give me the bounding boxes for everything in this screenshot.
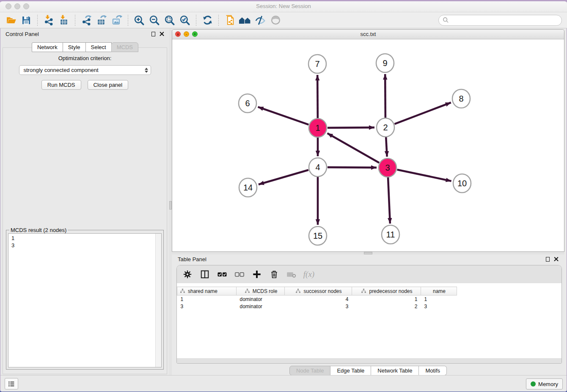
zoom-selected-button[interactable] — [179, 14, 191, 27]
split-panel-button[interactable] — [199, 269, 210, 280]
cell-successor-nodes[interactable]: 3 — [285, 303, 352, 310]
export-image-icon — [112, 15, 122, 25]
result-scrollbar[interactable] — [155, 234, 161, 367]
delete-column-button[interactable] — [269, 269, 280, 280]
mcds-result-group: MCDS result (2 nodes) 1 3 — [6, 230, 164, 370]
search-field[interactable] — [438, 15, 562, 26]
add-column-button[interactable] — [251, 269, 262, 280]
tab-network[interactable]: Network — [32, 42, 63, 52]
tab-mcds[interactable]: MCDS — [111, 42, 138, 52]
cell-successor-nodes[interactable]: 4 — [285, 295, 352, 303]
graph-edge-1-2[interactable] — [328, 127, 374, 128]
toolbar-separator — [196, 15, 196, 26]
graph-edge-2-3[interactable] — [386, 137, 387, 157]
tab-node-table[interactable]: Node Table — [289, 366, 331, 375]
delete-table-icon — [286, 269, 297, 279]
table-row: 3 dominator 3 2 3 — [177, 303, 457, 310]
network-window-title: scc.txt — [172, 31, 564, 37]
tab-select[interactable]: Select — [85, 42, 112, 52]
export-network-button[interactable] — [80, 14, 93, 27]
memory-button[interactable]: Memory — [526, 378, 563, 389]
zoom-out-icon — [149, 15, 160, 26]
cell-shared-name[interactable]: 1 — [177, 295, 237, 303]
import-table-icon — [59, 15, 69, 25]
table-panel-title: Table Panel — [178, 256, 206, 262]
select-all-button[interactable] — [217, 269, 228, 280]
hide-panels-button[interactable] — [254, 14, 267, 27]
hierarchy-icon — [295, 288, 301, 294]
export-image-button[interactable] — [110, 14, 123, 27]
zoom-out-button[interactable] — [148, 14, 161, 27]
cell-name[interactable]: 3 — [421, 303, 457, 310]
status-bar: Memory — [0, 375, 567, 391]
column-header-name[interactable]: name — [421, 287, 457, 295]
select-chevrons-icon — [145, 68, 148, 73]
graph-node-label-8: 8 — [459, 94, 463, 103]
import-table-button[interactable] — [58, 14, 70, 27]
graph-node-label-14: 14 — [243, 183, 253, 192]
close-panel-button[interactable]: Close panel — [88, 80, 129, 90]
checked-boxes-icon — [217, 269, 227, 279]
column-header-successor-nodes[interactable]: successor nodes — [285, 287, 352, 295]
control-panel-tabs: Network Style Select MCDS — [0, 42, 169, 52]
network-canvas[interactable]: 7968124314101511 — [172, 39, 564, 252]
export-table-button[interactable] — [95, 14, 108, 27]
unchecked-boxes-icon — [234, 269, 245, 279]
refresh-icon — [202, 15, 213, 25]
tab-network-table[interactable]: Network Table — [371, 366, 419, 375]
graph-edge-3-1[interactable] — [328, 133, 379, 163]
cell-mcds-role[interactable]: dominator — [237, 295, 285, 303]
network-window-titlebar[interactable]: x - + scc.txt — [172, 30, 564, 39]
graph-node-label-6: 6 — [245, 99, 250, 108]
criterion-select[interactable]: strongly connected component — [19, 65, 151, 75]
cell-predecessor-nodes[interactable]: 1 — [352, 295, 421, 303]
list-icon — [8, 380, 15, 388]
column-header-mcds-role[interactable]: MCDS role — [237, 287, 285, 295]
tab-edge-table[interactable]: Edge Table — [330, 366, 371, 375]
criterion-value: strongly connected component — [24, 67, 99, 73]
zoom-fit-icon — [164, 15, 175, 26]
run-mcds-button[interactable]: Run MCDS — [41, 80, 81, 90]
open-session-button[interactable] — [5, 14, 17, 27]
tab-style[interactable]: Style — [63, 42, 86, 52]
title-bar: Session: New Session — [0, 1, 567, 12]
float-panel-icon[interactable] — [151, 32, 155, 36]
graph-edge-1-7[interactable] — [317, 75, 318, 118]
apply-layout-button[interactable] — [201, 14, 214, 27]
cell-name[interactable]: 1 — [421, 295, 457, 303]
table-row: 1 dominator 4 1 1 — [177, 295, 457, 303]
mcds-result-text: 1 3 — [8, 234, 161, 250]
graph-edge-2-8[interactable] — [395, 102, 451, 124]
graph-edge-3-10[interactable] — [397, 170, 451, 181]
close-panel-icon[interactable] — [160, 32, 164, 36]
toolbar-separator — [128, 15, 128, 26]
graph-edge-2-9[interactable] — [385, 74, 385, 118]
import-network-button[interactable] — [42, 14, 55, 27]
search-input[interactable] — [451, 17, 558, 24]
table-settings-button[interactable] — [182, 269, 193, 280]
hierarchy-icon — [245, 288, 250, 294]
cell-shared-name[interactable]: 3 — [177, 303, 237, 310]
column-header-predecessor-nodes[interactable]: predecessor nodes — [352, 287, 421, 295]
cell-predecessor-nodes[interactable]: 2 — [352, 303, 421, 310]
deselect-all-button[interactable] — [234, 269, 245, 280]
zoom-in-button[interactable] — [133, 14, 146, 27]
cell-mcds-role[interactable]: dominator — [237, 303, 285, 310]
graph-edge-4-3[interactable] — [328, 167, 377, 168]
graph-edge-1-6[interactable] — [258, 107, 309, 125]
tab-motifs[interactable]: Motifs — [419, 366, 447, 375]
float-panel-icon[interactable] — [546, 257, 550, 262]
zoom-fit-button[interactable] — [163, 14, 176, 27]
graph-edge-4-14[interactable] — [259, 170, 308, 184]
network-view-window: x - + scc.txt 7968124314101511 — [172, 29, 564, 252]
task-history-button[interactable] — [5, 378, 18, 389]
column-header-shared-name[interactable]: shared name — [177, 287, 237, 295]
preview-mode-button[interactable] — [269, 14, 282, 27]
clone-network-button[interactable] — [223, 14, 236, 27]
delete-table-button — [286, 269, 297, 280]
save-session-button[interactable] — [20, 14, 33, 27]
graph-edge-3-11[interactable] — [388, 177, 390, 224]
memory-status-icon — [531, 381, 536, 386]
show-full-network-button[interactable] — [239, 14, 251, 27]
close-panel-icon[interactable] — [554, 257, 559, 262]
